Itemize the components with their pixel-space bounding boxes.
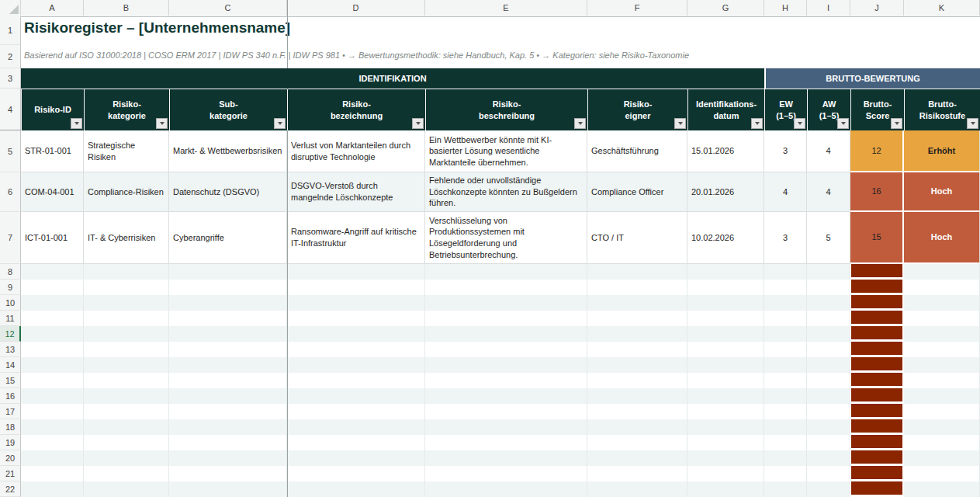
row-header-8[interactable]: 8	[0, 264, 21, 280]
grid-cell[interactable]	[21, 357, 84, 373]
filter-button[interactable]	[156, 118, 168, 129]
band-identifikation[interactable]: IDENTIFIKATION	[21, 68, 764, 89]
grid-cell[interactable]	[687, 404, 764, 419]
grid-cell[interactable]	[425, 342, 587, 357]
filter-button[interactable]	[71, 118, 82, 129]
grid-cell[interactable]	[807, 295, 850, 311]
grid-cell[interactable]	[904, 373, 980, 388]
cell-aw[interactable]: 4	[807, 172, 850, 212]
cell-subcategory[interactable]: Markt- & Wettbewerbsrisiken	[169, 130, 287, 172]
grid-cell[interactable]	[807, 311, 850, 326]
grid-cell[interactable]	[764, 357, 807, 373]
cell-risk-category[interactable]: Compliance-Risiken	[84, 172, 169, 212]
cell-risk-owner[interactable]: CTO / IT	[587, 212, 687, 264]
band-brutto-bewertung[interactable]: BRUTTO-BEWERTUNG	[766, 68, 980, 89]
cell-identification-date[interactable]: 10.02.2026	[687, 212, 764, 264]
grid-cell[interactable]	[84, 280, 169, 295]
grid-cell[interactable]	[807, 280, 850, 295]
grid-cell[interactable]	[287, 388, 425, 404]
grid-cell[interactable]	[425, 264, 587, 280]
grid-cell[interactable]	[904, 388, 980, 404]
cell-gross-score[interactable]: 16	[850, 172, 904, 212]
row-header-15[interactable]: 15	[0, 373, 21, 388]
grid-cell[interactable]	[687, 466, 764, 481]
row-header-5[interactable]: 5	[0, 130, 21, 172]
filter-button[interactable]	[751, 118, 763, 129]
grid-cell[interactable]	[807, 466, 850, 481]
grid-cell[interactable]	[169, 357, 287, 373]
cell-risk-id[interactable]: COM-04-001	[21, 172, 84, 212]
grid-cell[interactable]	[587, 419, 687, 435]
grid-cell[interactable]	[764, 295, 807, 311]
header-aw[interactable]: AW(1–5)	[807, 89, 850, 130]
grid-cell[interactable]	[807, 373, 850, 388]
cell-ew[interactable]: 3	[764, 212, 807, 264]
grid-cell[interactable]	[587, 466, 687, 481]
grid-cell[interactable]	[807, 264, 850, 280]
cell-risk-category[interactable]: Strategische Risiken	[84, 130, 169, 172]
grid-cell[interactable]	[904, 419, 980, 435]
grid-cell[interactable]	[169, 466, 287, 481]
grid-cell[interactable]	[425, 450, 587, 466]
grid-cell[interactable]	[84, 450, 169, 466]
grid-cell[interactable]	[169, 388, 287, 404]
grid-cell[interactable]	[287, 481, 425, 497]
grid-cell[interactable]	[764, 388, 807, 404]
grid-cell[interactable]	[807, 450, 850, 466]
grid-cell[interactable]	[84, 295, 169, 311]
grid-cell[interactable]	[425, 326, 587, 342]
cell-risk-description[interactable]: Fehlende oder unvollständige Löschkonzep…	[425, 172, 587, 212]
grid-cell[interactable]	[807, 357, 850, 373]
grid-cell[interactable]	[287, 311, 425, 326]
filter-button[interactable]	[794, 118, 805, 129]
empty-score-cell[interactable]	[850, 388, 904, 404]
empty-score-cell[interactable]	[850, 404, 904, 419]
grid-cell[interactable]	[904, 404, 980, 419]
grid-cell[interactable]	[764, 264, 807, 280]
grid-cell[interactable]	[587, 450, 687, 466]
filter-button[interactable]	[837, 118, 849, 129]
sheet-title[interactable]: Risikoregister – [Unternehmensname]	[24, 19, 290, 36]
column-header-J[interactable]: J	[850, 0, 904, 16]
cell-ew[interactable]: 4	[764, 172, 807, 212]
grid-cell[interactable]	[21, 419, 84, 435]
cell-identification-date[interactable]: 15.01.2026	[687, 130, 764, 172]
grid-cell[interactable]	[764, 404, 807, 419]
empty-score-cell[interactable]	[850, 264, 904, 280]
grid-cell[interactable]	[904, 481, 980, 497]
column-header-D[interactable]: D	[287, 0, 425, 16]
column-header-C[interactable]: C	[169, 0, 287, 16]
grid-cell[interactable]	[169, 326, 287, 342]
grid-cell[interactable]	[287, 404, 425, 419]
grid-cell[interactable]	[904, 295, 980, 311]
grid-cell[interactable]	[764, 435, 807, 450]
cell-aw[interactable]: 4	[807, 130, 850, 172]
cell-gross-level[interactable]: Hoch	[904, 212, 980, 264]
grid-cell[interactable]	[764, 342, 807, 357]
column-header-F[interactable]: F	[587, 0, 687, 16]
grid-cell[interactable]	[687, 357, 764, 373]
grid-cell[interactable]	[84, 342, 169, 357]
grid-cell[interactable]	[287, 435, 425, 450]
cell-risk-id[interactable]: STR-01-001	[21, 130, 84, 172]
grid-cell[interactable]	[425, 481, 587, 497]
grid-cell[interactable]	[84, 404, 169, 419]
grid-cell[interactable]	[21, 311, 84, 326]
row-header-20[interactable]: 20	[0, 450, 21, 466]
row-header-7[interactable]: 7	[0, 212, 21, 264]
grid-cell[interactable]	[587, 264, 687, 280]
grid-cell[interactable]	[587, 357, 687, 373]
grid-cell[interactable]	[904, 450, 980, 466]
grid-cell[interactable]	[687, 295, 764, 311]
row-header-13[interactable]: 13	[0, 342, 21, 357]
grid-cell[interactable]	[764, 450, 807, 466]
cell-risk-category[interactable]: IT- & Cyberrisiken	[84, 212, 169, 264]
filter-button[interactable]	[412, 118, 424, 129]
filter-button[interactable]	[274, 118, 286, 129]
grid-cell[interactable]	[764, 280, 807, 295]
grid-cell[interactable]	[21, 326, 84, 342]
header-risiko-bezeichnung[interactable]: Risiko-bezeichnung	[287, 89, 425, 130]
grid-cell[interactable]	[84, 466, 169, 481]
grid-cell[interactable]	[687, 373, 764, 388]
grid-cell[interactable]	[169, 373, 287, 388]
